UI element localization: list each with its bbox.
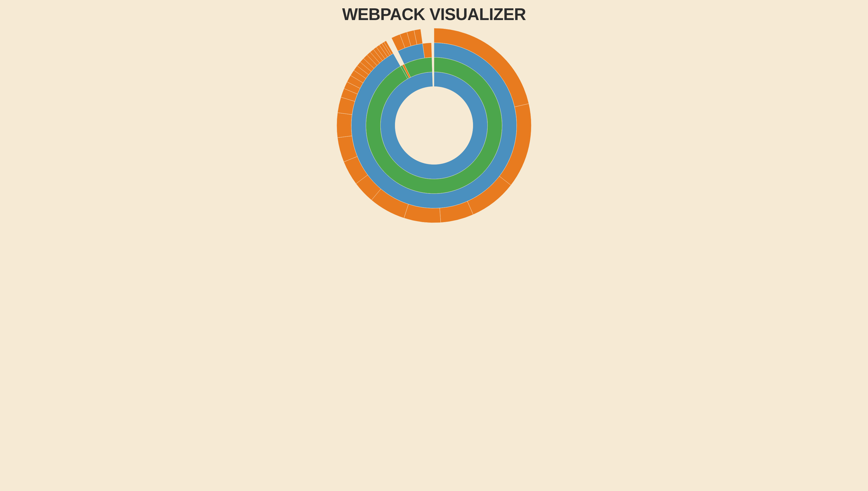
page-title: WEBPACK VISUALIZER: [342, 5, 526, 24]
sunburst-arc-group-a[interactable]: [380, 72, 487, 179]
chart-container: [0, 27, 868, 491]
sunburst-arc-file-10[interactable]: [337, 113, 352, 138]
page-root: WEBPACK VISUALIZER: [0, 0, 868, 491]
sunburst-chart[interactable]: [335, 27, 533, 224]
